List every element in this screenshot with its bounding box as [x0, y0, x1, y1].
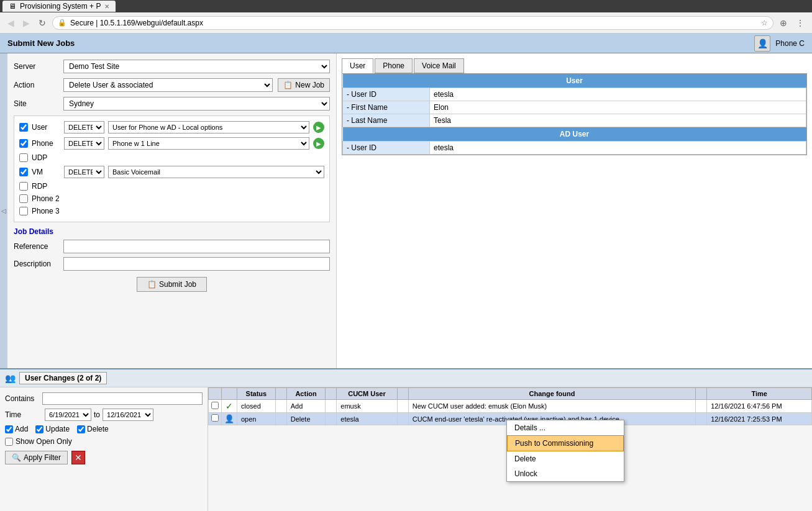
tab-phone[interactable]: Phone: [375, 58, 413, 73]
row2-status: open: [237, 413, 276, 425]
right-panel: User Phone Voice Mail User - User ID ete…: [337, 53, 812, 368]
table-row[interactable]: ✓ closed Add emusk New CUCM user added: …: [209, 400, 812, 413]
server-select[interactable]: Demo Test Site: [63, 60, 330, 73]
apply-filter-icon: 🔍: [12, 453, 21, 462]
row1-cucm-user: emusk: [337, 400, 397, 413]
phone-checkbox[interactable]: [19, 139, 28, 148]
row1-action-icon: [275, 400, 286, 413]
col-change-icon: [397, 388, 408, 400]
vm-checkbox[interactable]: [19, 168, 28, 176]
ad-user-id-value: etesla: [430, 142, 806, 155]
reference-input[interactable]: [63, 240, 330, 253]
context-menu-push[interactable]: Push to Commissioning: [507, 435, 624, 451]
row2-status-icon: 👤: [222, 413, 237, 425]
refresh-btn[interactable]: ↻: [36, 17, 48, 29]
context-menu: Details ... Push to Commissioning Delete…: [506, 420, 624, 482]
context-menu-delete[interactable]: Delete: [507, 451, 624, 466]
description-label: Description: [14, 260, 63, 268]
server-label: Server: [14, 62, 63, 71]
date-to-text: to: [94, 410, 100, 419]
last-name-value: Tesla: [430, 114, 806, 127]
udp-checkbox[interactable]: [19, 153, 28, 162]
row2-action-icon: [275, 413, 286, 425]
back-btn[interactable]: ◀: [5, 17, 17, 29]
description-row: Description Delete User & associated (DE…: [14, 257, 330, 271]
filter-time-row: Time 6/19/2021 to 12/16/2021: [5, 409, 203, 421]
phone3-option-label: Phone 3: [32, 207, 60, 215]
user-action-select[interactable]: DELETE: [64, 121, 104, 133]
update-filter-label: Update: [35, 425, 70, 433]
rdp-checkbox[interactable]: [19, 182, 28, 191]
site-row: Site Sydney: [14, 97, 330, 111]
job-details-title: Job Details: [14, 227, 330, 236]
user-template-select[interactable]: User for Phone w AD - Local options: [108, 121, 309, 133]
delete-filter-checkbox[interactable]: [77, 425, 85, 433]
apply-filter-label: Apply Filter: [24, 453, 61, 462]
context-menu-details[interactable]: Details ...: [507, 420, 624, 435]
context-menu-unlock[interactable]: Unlock: [507, 466, 624, 481]
browser-chrome: 🖥 Provisioning System + P ✕: [0, 0, 812, 12]
description-input[interactable]: Delete User & associated (DELETE User,DE…: [63, 257, 330, 271]
forward-btn[interactable]: ▶: [21, 17, 32, 29]
col-status-icon: [222, 388, 237, 400]
tab-close-icon[interactable]: ✕: [104, 3, 109, 10]
delete-filter-label: Delete: [77, 425, 109, 433]
col-cucm-user[interactable]: CUCM User: [337, 388, 397, 400]
col-action[interactable]: Action: [286, 388, 326, 400]
col-change[interactable]: Change found: [408, 388, 696, 400]
user-info-table: User - User ID etesla - First Name Elon …: [342, 74, 806, 155]
bottom-panel: 👥 User Changes (2 of 2) Contains Time 6/…: [0, 368, 812, 511]
nav-bar: ◀ ▶ ↻ 🔒 Secure | 10.5.1.169/webgui/defau…: [0, 12, 812, 34]
bookmark-icon[interactable]: ☆: [761, 19, 768, 27]
row2-action: Delete: [286, 413, 326, 425]
add-filter-checkbox[interactable]: [5, 425, 13, 433]
row1-cucm-icon: [326, 400, 337, 413]
submit-job-button[interactable]: 📋 Submit Job: [137, 277, 207, 292]
filter-contains-input[interactable]: [42, 392, 203, 405]
user-id-value: etesla: [430, 88, 806, 101]
app-header: Submit New Jobs 👤 Phone C: [0, 34, 812, 53]
header-user-text: Phone C: [775, 39, 805, 48]
user-option-row: User DELETE User for Phone w AD - Local …: [19, 121, 324, 133]
user-option-go-btn[interactable]: ▶: [313, 122, 324, 133]
new-job-button[interactable]: 📋 New Job: [278, 78, 330, 92]
server-row: Server Demo Test Site: [14, 60, 330, 73]
col-status[interactable]: Status: [237, 388, 276, 400]
phone-option-go-btn[interactable]: ▶: [313, 138, 324, 149]
row1-check[interactable]: [209, 400, 222, 413]
action-select[interactable]: Delete User & associated: [63, 78, 273, 92]
phone3-checkbox[interactable]: [19, 207, 28, 215]
lock-icon: 🔒: [58, 19, 66, 27]
phone2-option-row: Phone 2: [19, 194, 324, 203]
update-filter-checkbox[interactable]: [35, 425, 43, 433]
vm-template-select[interactable]: Basic Voicemail: [108, 166, 324, 178]
date-to-select[interactable]: 12/16/2021: [103, 409, 153, 421]
site-select[interactable]: Sydney: [63, 97, 330, 111]
phone2-checkbox[interactable]: [19, 194, 28, 203]
options-section: User DELETE User for Phone w AD - Local …: [14, 115, 330, 222]
phone-action-select[interactable]: DELETE: [64, 137, 104, 150]
vm-action-select[interactable]: DELETE: [64, 166, 104, 178]
row2-check[interactable]: [209, 413, 222, 425]
clear-filter-button[interactable]: ✕: [71, 451, 85, 464]
address-bar[interactable]: 🔒 Secure | 10.5.1.169/webgui/default.asp…: [52, 16, 773, 30]
new-job-label: New Job: [295, 81, 324, 89]
row1-time-icon: [696, 400, 707, 413]
tab-bar: User Phone Voice Mail: [342, 58, 807, 73]
tab-content: User - User ID etesla - First Name Elon …: [342, 73, 807, 155]
tab-voicemail[interactable]: Voice Mail: [414, 58, 464, 73]
user-checkbox[interactable]: [19, 123, 28, 132]
menu-icon[interactable]: ⋮: [793, 17, 807, 29]
date-from-select[interactable]: 6/19/2021: [45, 409, 91, 421]
user-id-label: - User ID: [343, 88, 430, 101]
rdp-option-label: RDP: [32, 182, 60, 191]
collapse-handle[interactable]: ◁: [0, 53, 7, 368]
show-open-checkbox[interactable]: [5, 438, 13, 446]
browser-tab[interactable]: 🖥 Provisioning System + P ✕: [2, 1, 116, 12]
tab-user[interactable]: User: [342, 58, 373, 73]
phone-template-select[interactable]: Phone w 1 Line: [108, 137, 309, 150]
col-time[interactable]: Time: [707, 388, 812, 400]
vm-option-label: VM: [32, 168, 60, 176]
apply-filter-button[interactable]: 🔍 Apply Filter: [5, 451, 68, 464]
extensions-icon[interactable]: ⊕: [777, 17, 790, 29]
